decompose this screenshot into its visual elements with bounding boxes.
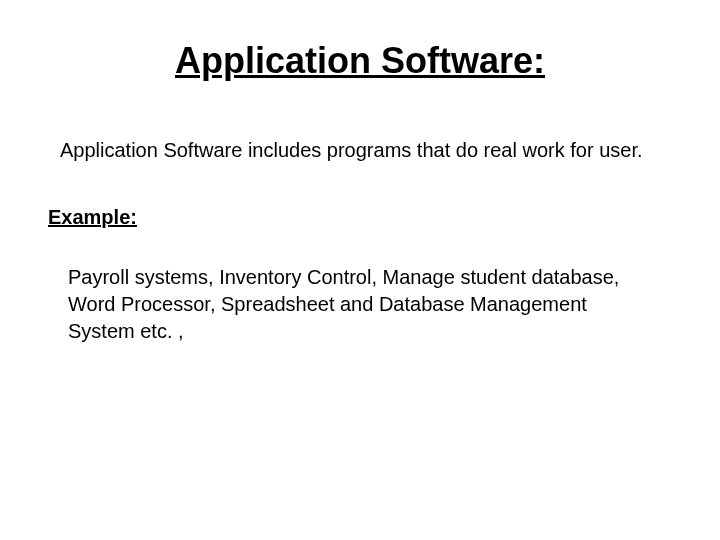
example-body: Payroll systems, Inventory Control, Mana…: [68, 264, 650, 345]
page-title: Application Software:: [40, 40, 680, 82]
definition-text: Application Software includes programs t…: [60, 137, 650, 164]
example-label: Example:: [48, 206, 680, 229]
